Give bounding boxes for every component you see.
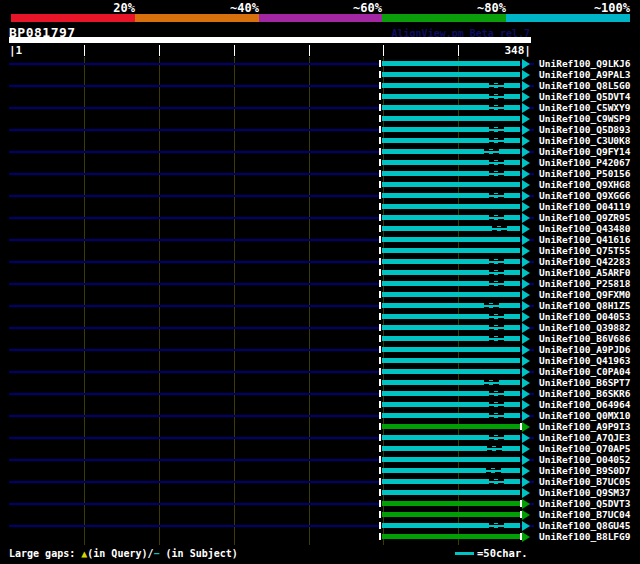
hit-label[interactable]: UniRef100_Q9FY14	[539, 146, 631, 157]
hit-label[interactable]: UniRef100_A9PJD6	[539, 344, 631, 355]
hit-row[interactable]: UniRef100_Q42283	[0, 256, 640, 267]
hit-row[interactable]: UniRef100_Q9FY14	[0, 146, 640, 157]
hit-label[interactable]: UniRef100_Q70AP5	[539, 443, 631, 454]
hit-label[interactable]: UniRef100_A9P9I3	[539, 421, 631, 432]
hit-label[interactable]: UniRef100_O04053	[539, 311, 631, 322]
hit-label[interactable]: UniRef100_B6SKR6	[539, 388, 631, 399]
hit-label[interactable]: UniRef100_B6V686	[539, 333, 631, 344]
hit-row[interactable]: UniRef100_C3U0K8	[0, 135, 640, 146]
hit-row[interactable]: UniRef100_A9PAL3	[0, 69, 640, 80]
alignment-bar[interactable]	[382, 182, 520, 187]
hit-label[interactable]: UniRef100_Q8L5G0	[539, 80, 631, 91]
hit-row[interactable]: UniRef100_C5WXY9	[0, 102, 640, 113]
hit-row[interactable]: UniRef100_P50156	[0, 168, 640, 179]
hit-label[interactable]: UniRef100_C5WXY9	[539, 102, 631, 113]
alignment-bar[interactable]	[382, 490, 520, 495]
hit-label[interactable]: UniRef100_A7QJE3	[539, 432, 631, 443]
hit-label[interactable]: UniRef100_C3U0K8	[539, 135, 631, 146]
hit-row[interactable]: UniRef100_Q39882	[0, 322, 640, 333]
hit-label[interactable]: UniRef100_P25818	[539, 278, 631, 289]
alignment-bar[interactable]	[382, 347, 520, 352]
alignment-bar[interactable]	[382, 61, 520, 66]
hit-label[interactable]: UniRef100_O64964	[539, 399, 631, 410]
alignment-bar[interactable]	[382, 149, 520, 154]
hit-label[interactable]: UniRef100_P42067	[539, 157, 631, 168]
hit-row[interactable]: UniRef100_Q41616	[0, 234, 640, 245]
hit-label[interactable]: UniRef100_Q41616	[539, 234, 631, 245]
alignment-bar[interactable]	[382, 512, 520, 517]
alignment-bar[interactable]	[382, 534, 520, 539]
hit-label[interactable]: UniRef100_O04119	[539, 201, 631, 212]
hit-label[interactable]: UniRef100_B7UC05	[539, 476, 631, 487]
hit-row[interactable]: UniRef100_Q5DVT4	[0, 91, 640, 102]
hit-row[interactable]: UniRef100_B8LFG9	[0, 531, 640, 542]
alignment-bar[interactable]	[382, 380, 520, 385]
alignment-bar[interactable]	[382, 72, 520, 77]
hit-row[interactable]: UniRef100_Q8GU45	[0, 520, 640, 531]
hit-label[interactable]: UniRef100_Q9XGG6	[539, 190, 631, 201]
hit-row[interactable]: UniRef100_O04052	[0, 454, 640, 465]
hit-label[interactable]: UniRef100_Q9SM37	[539, 487, 631, 498]
hit-row[interactable]: UniRef100_Q41963	[0, 355, 640, 366]
hit-label[interactable]: UniRef100_B6SPT7	[539, 377, 631, 388]
hit-row[interactable]: UniRef100_Q70AP5	[0, 443, 640, 454]
hit-row[interactable]: UniRef100_A5ARF0	[0, 267, 640, 278]
hit-row[interactable]: UniRef100_O04119	[0, 201, 640, 212]
alignment-bar[interactable]	[382, 424, 520, 429]
hit-row[interactable]: UniRef100_C0PA04	[0, 366, 640, 377]
hit-label[interactable]: UniRef100_A9PAL3	[539, 69, 631, 80]
hit-row[interactable]: UniRef100_P42067	[0, 157, 640, 168]
hit-row[interactable]: UniRef100_A9PJD6	[0, 344, 640, 355]
hit-label[interactable]: UniRef100_Q42283	[539, 256, 631, 267]
hit-label[interactable]: UniRef100_Q8H1Z5	[539, 300, 631, 311]
hit-row[interactable]: UniRef100_Q5D893	[0, 124, 640, 135]
hit-label[interactable]: UniRef100_B7UC04	[539, 509, 631, 520]
hit-row[interactable]: UniRef100_Q8L5G0	[0, 80, 640, 91]
hit-row[interactable]: UniRef100_Q9XGG6	[0, 190, 640, 201]
hit-row[interactable]: UniRef100_Q9XHG8	[0, 179, 640, 190]
alignment-bar[interactable]	[382, 204, 520, 209]
hit-label[interactable]: UniRef100_Q9ZR95	[539, 212, 631, 223]
hit-label[interactable]: UniRef100_C0PA04	[539, 366, 631, 377]
hit-label[interactable]: UniRef100_P50156	[539, 168, 631, 179]
hit-row[interactable]: UniRef100_C9WSP9	[0, 113, 640, 124]
hit-row[interactable]: UniRef100_Q9ZR95	[0, 212, 640, 223]
alignment-bar[interactable]	[382, 358, 520, 363]
hit-label[interactable]: UniRef100_Q75T55	[539, 245, 631, 256]
hit-row[interactable]: UniRef100_Q8H1Z5	[0, 300, 640, 311]
hit-row[interactable]: UniRef100_B7UC05	[0, 476, 640, 487]
hit-label[interactable]: UniRef100_C9WSP9	[539, 113, 631, 124]
hit-row[interactable]: UniRef100_A7QJE3	[0, 432, 640, 443]
hit-row[interactable]: UniRef100_Q5DVT3	[0, 498, 640, 509]
alignment-bar[interactable]	[382, 501, 520, 506]
hit-label[interactable]: UniRef100_B8LFG9	[539, 531, 631, 542]
hit-row[interactable]: UniRef100_Q9SM37	[0, 487, 640, 498]
hit-row[interactable]: UniRef100_Q9LKJ6	[0, 58, 640, 69]
hit-label[interactable]: UniRef100_Q9FXM0	[539, 289, 631, 300]
hit-label[interactable]: UniRef100_A5ARF0	[539, 267, 631, 278]
hit-row[interactable]: UniRef100_Q43480	[0, 223, 640, 234]
hit-label[interactable]: UniRef100_O04052	[539, 454, 631, 465]
hit-row[interactable]: UniRef100_O04053	[0, 311, 640, 322]
alignment-bar[interactable]	[382, 292, 520, 297]
alignment-bar[interactable]	[382, 116, 520, 121]
hit-label[interactable]: UniRef100_Q9LKJ6	[539, 58, 631, 69]
hit-label[interactable]: UniRef100_Q43480	[539, 223, 631, 234]
hit-row[interactable]: UniRef100_B7UC04	[0, 509, 640, 520]
hit-label[interactable]: UniRef100_Q5DVT4	[539, 91, 631, 102]
hit-label[interactable]: UniRef100_Q9XHG8	[539, 179, 631, 190]
alignment-bar[interactable]	[382, 237, 520, 242]
alignment-bar[interactable]	[382, 303, 520, 308]
hit-row[interactable]: UniRef100_B6V686	[0, 333, 640, 344]
hit-label[interactable]: UniRef100_Q5D893	[539, 124, 631, 135]
alignment-bar[interactable]	[382, 248, 520, 253]
hit-row[interactable]: UniRef100_O64964	[0, 399, 640, 410]
hit-row[interactable]: UniRef100_P25818	[0, 278, 640, 289]
hit-label[interactable]: UniRef100_B9S0D7	[539, 465, 631, 476]
hit-row[interactable]: UniRef100_Q9FXM0	[0, 289, 640, 300]
hit-row[interactable]: UniRef100_B6SPT7	[0, 377, 640, 388]
hit-label[interactable]: UniRef100_Q41963	[539, 355, 631, 366]
hit-label[interactable]: UniRef100_Q8GU45	[539, 520, 631, 531]
hit-label[interactable]: UniRef100_Q5DVT3	[539, 498, 631, 509]
hit-row[interactable]: UniRef100_B9S0D7	[0, 465, 640, 476]
